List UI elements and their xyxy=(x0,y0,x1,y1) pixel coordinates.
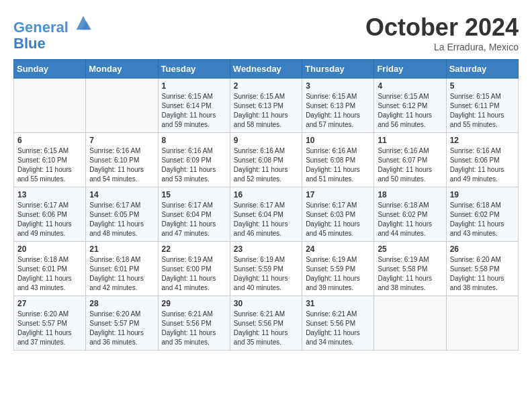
day-cell: 20Sunrise: 6:18 AM Sunset: 6:01 PM Dayli… xyxy=(14,242,86,296)
day-cell: 15Sunrise: 6:17 AM Sunset: 6:04 PM Dayli… xyxy=(158,187,230,242)
logo-blue: Blue xyxy=(13,36,93,52)
day-number: 29 xyxy=(162,299,226,308)
day-number: 11 xyxy=(378,136,442,145)
day-cell: 23Sunrise: 6:19 AM Sunset: 5:59 PM Dayli… xyxy=(230,242,302,296)
day-cell: 1Sunrise: 6:15 AM Sunset: 6:14 PM Daylig… xyxy=(158,79,230,133)
day-info: Sunrise: 6:18 AM Sunset: 6:01 PM Dayligh… xyxy=(89,255,154,293)
location: La Erradura, Mexico xyxy=(365,42,519,52)
day-number: 19 xyxy=(450,190,515,199)
day-cell: 4Sunrise: 6:15 AM Sunset: 6:12 PM Daylig… xyxy=(374,79,446,133)
day-number: 24 xyxy=(306,244,370,254)
day-number: 22 xyxy=(162,244,226,254)
day-info: Sunrise: 6:18 AM Sunset: 6:01 PM Dayligh… xyxy=(17,255,82,293)
day-number: 25 xyxy=(378,244,442,254)
day-cell: 19Sunrise: 6:18 AM Sunset: 6:02 PM Dayli… xyxy=(446,187,518,242)
day-number: 30 xyxy=(234,299,298,308)
day-number: 18 xyxy=(378,190,442,199)
day-info: Sunrise: 6:19 AM Sunset: 6:00 PM Dayligh… xyxy=(162,255,226,293)
day-info: Sunrise: 6:17 AM Sunset: 6:06 PM Dayligh… xyxy=(17,201,82,238)
day-cell xyxy=(374,296,446,351)
day-cell: 31Sunrise: 6:21 AM Sunset: 5:56 PM Dayli… xyxy=(302,296,374,351)
day-cell: 8Sunrise: 6:16 AM Sunset: 6:09 PM Daylig… xyxy=(158,133,230,187)
day-cell xyxy=(86,79,158,133)
weekday-monday: Monday xyxy=(86,60,158,79)
day-cell: 13Sunrise: 6:17 AM Sunset: 6:06 PM Dayli… xyxy=(14,187,86,242)
day-number: 26 xyxy=(450,244,515,254)
day-cell: 12Sunrise: 6:16 AM Sunset: 6:06 PM Dayli… xyxy=(446,133,518,187)
weekday-saturday: Saturday xyxy=(446,60,518,79)
day-cell: 11Sunrise: 6:16 AM Sunset: 6:07 PM Dayli… xyxy=(374,133,446,187)
day-cell: 22Sunrise: 6:19 AM Sunset: 6:00 PM Dayli… xyxy=(158,242,230,296)
day-info: Sunrise: 6:18 AM Sunset: 6:02 PM Dayligh… xyxy=(378,201,442,238)
day-cell: 25Sunrise: 6:19 AM Sunset: 5:58 PM Dayli… xyxy=(374,242,446,296)
day-info: Sunrise: 6:16 AM Sunset: 6:08 PM Dayligh… xyxy=(234,146,298,184)
day-number: 14 xyxy=(89,190,154,199)
day-cell: 17Sunrise: 6:17 AM Sunset: 6:03 PM Dayli… xyxy=(302,187,374,242)
logo: General Blue xyxy=(13,13,93,52)
day-cell: 29Sunrise: 6:21 AM Sunset: 5:56 PM Dayli… xyxy=(158,296,230,351)
week-row-3: 13Sunrise: 6:17 AM Sunset: 6:06 PM Dayli… xyxy=(14,187,519,242)
day-number: 12 xyxy=(450,136,515,145)
weekday-friday: Friday xyxy=(374,60,446,79)
day-cell: 14Sunrise: 6:17 AM Sunset: 6:05 PM Dayli… xyxy=(86,187,158,242)
day-info: Sunrise: 6:16 AM Sunset: 6:07 PM Dayligh… xyxy=(378,146,442,184)
day-number: 31 xyxy=(306,299,370,308)
day-info: Sunrise: 6:16 AM Sunset: 6:08 PM Dayligh… xyxy=(306,146,370,184)
day-number: 6 xyxy=(17,136,82,145)
day-info: Sunrise: 6:15 AM Sunset: 6:10 PM Dayligh… xyxy=(17,146,82,184)
week-row-4: 20Sunrise: 6:18 AM Sunset: 6:01 PM Dayli… xyxy=(14,242,519,296)
day-cell: 9Sunrise: 6:16 AM Sunset: 6:08 PM Daylig… xyxy=(230,133,302,187)
day-cell: 24Sunrise: 6:19 AM Sunset: 5:59 PM Dayli… xyxy=(302,242,374,296)
day-number: 17 xyxy=(306,190,370,199)
weekday-wednesday: Wednesday xyxy=(230,60,302,79)
day-info: Sunrise: 6:19 AM Sunset: 5:58 PM Dayligh… xyxy=(378,255,442,293)
day-number: 27 xyxy=(17,299,82,308)
day-cell: 21Sunrise: 6:18 AM Sunset: 6:01 PM Dayli… xyxy=(86,242,158,296)
day-info: Sunrise: 6:15 AM Sunset: 6:13 PM Dayligh… xyxy=(234,92,298,130)
logo-icon xyxy=(74,13,93,32)
page-header: General Blue October 2024 La Erradura, M… xyxy=(13,13,519,52)
calendar-header: SundayMondayTuesdayWednesdayThursdayFrid… xyxy=(14,60,519,79)
day-number: 9 xyxy=(234,136,298,145)
day-info: Sunrise: 6:21 AM Sunset: 5:56 PM Dayligh… xyxy=(306,310,370,347)
day-number: 13 xyxy=(17,190,82,199)
day-cell: 10Sunrise: 6:16 AM Sunset: 6:08 PM Dayli… xyxy=(302,133,374,187)
day-cell: 6Sunrise: 6:15 AM Sunset: 6:10 PM Daylig… xyxy=(14,133,86,187)
calendar-body: 1Sunrise: 6:15 AM Sunset: 6:14 PM Daylig… xyxy=(14,79,519,351)
day-number: 16 xyxy=(234,190,298,199)
week-row-1: 1Sunrise: 6:15 AM Sunset: 6:14 PM Daylig… xyxy=(14,79,519,133)
day-cell: 3Sunrise: 6:15 AM Sunset: 6:13 PM Daylig… xyxy=(302,79,374,133)
logo-text: General xyxy=(13,13,93,36)
day-number: 2 xyxy=(234,81,298,91)
day-cell: 2Sunrise: 6:15 AM Sunset: 6:13 PM Daylig… xyxy=(230,79,302,133)
day-info: Sunrise: 6:20 AM Sunset: 5:58 PM Dayligh… xyxy=(450,255,515,293)
month-title: October 2024 xyxy=(365,13,519,42)
day-cell: 7Sunrise: 6:16 AM Sunset: 6:10 PM Daylig… xyxy=(86,133,158,187)
day-info: Sunrise: 6:21 AM Sunset: 5:56 PM Dayligh… xyxy=(162,310,226,347)
day-number: 23 xyxy=(234,244,298,254)
day-info: Sunrise: 6:17 AM Sunset: 6:03 PM Dayligh… xyxy=(306,201,370,238)
day-number: 1 xyxy=(162,81,226,91)
day-number: 28 xyxy=(89,299,154,308)
day-info: Sunrise: 6:20 AM Sunset: 5:57 PM Dayligh… xyxy=(89,310,154,347)
day-info: Sunrise: 6:21 AM Sunset: 5:56 PM Dayligh… xyxy=(234,310,298,347)
day-info: Sunrise: 6:19 AM Sunset: 5:59 PM Dayligh… xyxy=(234,255,298,293)
day-cell xyxy=(14,79,86,133)
day-cell: 5Sunrise: 6:15 AM Sunset: 6:11 PM Daylig… xyxy=(446,79,518,133)
day-cell: 27Sunrise: 6:20 AM Sunset: 5:57 PM Dayli… xyxy=(14,296,86,351)
day-info: Sunrise: 6:15 AM Sunset: 6:14 PM Dayligh… xyxy=(162,92,226,130)
week-row-2: 6Sunrise: 6:15 AM Sunset: 6:10 PM Daylig… xyxy=(14,133,519,187)
day-info: Sunrise: 6:16 AM Sunset: 6:09 PM Dayligh… xyxy=(162,146,226,184)
day-info: Sunrise: 6:17 AM Sunset: 6:05 PM Dayligh… xyxy=(89,201,154,238)
day-info: Sunrise: 6:20 AM Sunset: 5:57 PM Dayligh… xyxy=(17,310,82,347)
day-cell xyxy=(446,296,518,351)
day-number: 3 xyxy=(306,81,370,91)
day-cell: 16Sunrise: 6:17 AM Sunset: 6:04 PM Dayli… xyxy=(230,187,302,242)
day-cell: 26Sunrise: 6:20 AM Sunset: 5:58 PM Dayli… xyxy=(446,242,518,296)
day-info: Sunrise: 6:15 AM Sunset: 6:11 PM Dayligh… xyxy=(450,92,515,130)
weekday-thursday: Thursday xyxy=(302,60,374,79)
day-number: 15 xyxy=(162,190,226,199)
day-info: Sunrise: 6:16 AM Sunset: 6:10 PM Dayligh… xyxy=(89,146,154,184)
day-cell: 28Sunrise: 6:20 AM Sunset: 5:57 PM Dayli… xyxy=(86,296,158,351)
day-number: 4 xyxy=(378,81,442,91)
